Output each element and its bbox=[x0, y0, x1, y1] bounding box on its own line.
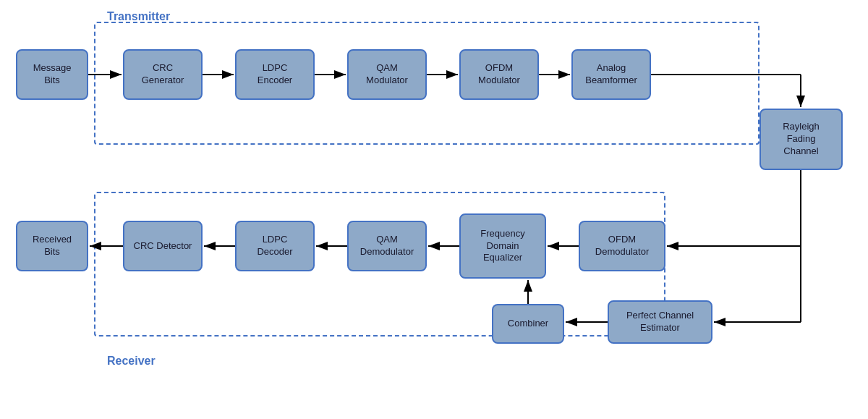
rayleigh-channel-block: RayleighFadingChannel bbox=[760, 109, 843, 170]
freq-domain-eq-block: FrequencyDomainEqualizer bbox=[459, 213, 546, 279]
ldpc-encoder-block: LDPCEncoder bbox=[235, 49, 315, 100]
ldpc-decoder-block: LDPCDecoder bbox=[235, 221, 315, 271]
analog-beamformer-block: AnalogBeamformer bbox=[571, 49, 651, 100]
crc-detector-block: CRC Detector bbox=[123, 221, 203, 271]
perfect-channel-est-block: Perfect ChannelEstimator bbox=[608, 300, 712, 344]
receiver-label: Receiver bbox=[107, 355, 156, 368]
ofdm-modulator-block: OFDMModulator bbox=[459, 49, 539, 100]
combiner-block: Combiner bbox=[492, 304, 564, 344]
crc-generator-block: CRCGenerator bbox=[123, 49, 203, 100]
ofdm-demodulator-block: OFDMDemodulator bbox=[579, 221, 665, 271]
qam-demodulator-block: QAMDemodulator bbox=[347, 221, 427, 271]
diagram-container: Transmitter Receiver MessageBits CRCGene… bbox=[0, 0, 868, 419]
transmitter-label: Transmitter bbox=[107, 10, 170, 23]
message-bits-block: MessageBits bbox=[16, 49, 88, 100]
received-bits-block: ReceivedBits bbox=[16, 221, 88, 271]
qam-modulator-block: QAMModulator bbox=[347, 49, 427, 100]
